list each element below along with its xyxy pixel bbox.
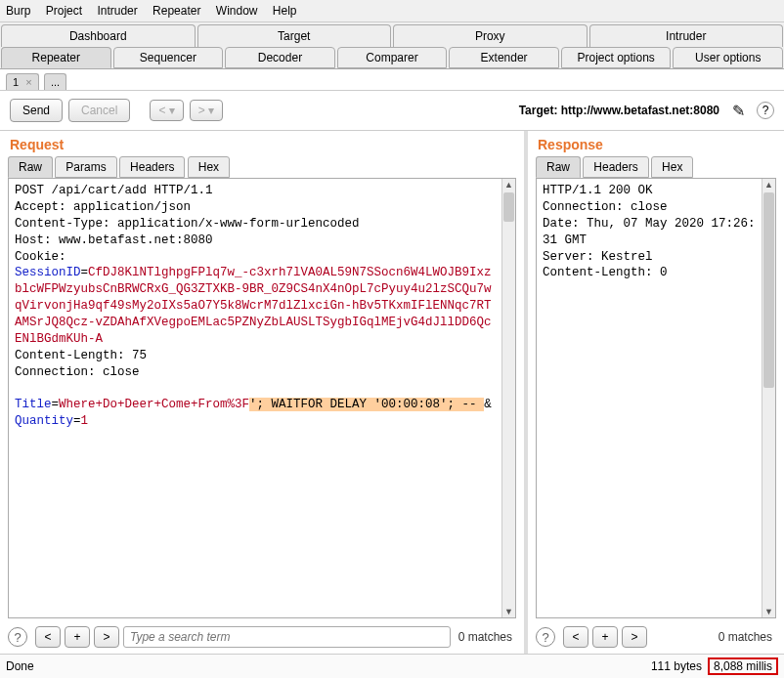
request-tab-hex[interactable]: Hex (188, 156, 230, 178)
history-forward-button[interactable]: > ▾ (190, 100, 223, 121)
menu-window[interactable]: Window (216, 4, 258, 18)
scroll-thumb[interactable] (763, 192, 774, 388)
scroll-down-icon[interactable]: ▼ (762, 607, 775, 616)
response-help-icon[interactable]: ? (536, 627, 555, 647)
request-editor[interactable]: POST /api/cart/add HTTP/1.1 Accept: appl… (9, 179, 501, 617)
search-add-button[interactable]: + (592, 626, 618, 648)
scroll-up-icon[interactable]: ▲ (502, 180, 515, 190)
scroll-down-icon[interactable]: ▼ (502, 607, 515, 616)
tab-dashboard[interactable]: Dashboard (1, 24, 196, 47)
response-scrollbar[interactable]: ▲ ▼ (762, 179, 775, 617)
request-editor-wrap: POST /api/cart/add HTTP/1.1 Accept: appl… (8, 178, 516, 618)
statusbar: Done 111 bytes 8,088 millis (0, 654, 784, 678)
request-footer: ? < + > 0 matches (0, 622, 524, 654)
target-label-text: Target: (519, 104, 558, 117)
tab-extender[interactable]: Extender (449, 47, 559, 68)
repeater-tab-row: 1 × ... (0, 69, 784, 91)
search-add-button[interactable]: + (65, 626, 90, 648)
cancel-button[interactable]: Cancel (68, 99, 130, 122)
request-tab-raw[interactable]: Raw (8, 156, 53, 178)
search-prev-button[interactable]: < (35, 626, 61, 648)
tab-target[interactable]: Target (197, 24, 392, 47)
response-tab-hex[interactable]: Hex (651, 156, 693, 178)
response-editor-wrap: HTTP/1.1 200 OK Connection: close Date: … (536, 178, 776, 618)
history-back-button[interactable]: < ▾ (150, 100, 183, 121)
request-matches: 0 matches (455, 630, 516, 644)
target-url: http://www.betafast.net:8080 (561, 104, 719, 117)
send-button[interactable]: Send (10, 99, 63, 122)
tab-sequencer[interactable]: Sequencer (113, 47, 224, 68)
request-title: Request (0, 131, 524, 156)
request-panel: Request Raw Params Headers Hex POST /api… (0, 131, 528, 654)
second-tabs: Repeater Sequencer Decoder Comparer Exte… (0, 47, 784, 69)
response-panel: Response Raw Headers Hex HTTP/1.1 200 OK… (528, 131, 784, 654)
menu-intruder[interactable]: Intruder (97, 4, 137, 18)
response-tab-headers[interactable]: Headers (583, 156, 648, 178)
search-prev-button[interactable]: < (563, 626, 588, 648)
response-subtabs: Raw Headers Hex (528, 156, 784, 178)
tab-project-options[interactable]: Project options (561, 47, 672, 68)
tab-comparer[interactable]: Comparer (337, 47, 448, 68)
panels: Request Raw Params Headers Hex POST /api… (0, 130, 784, 654)
search-next-button[interactable]: > (94, 626, 119, 648)
menubar: Burp Project Intruder Repeater Window He… (0, 0, 784, 22)
tab-decoder[interactable]: Decoder (225, 47, 335, 68)
status-millis: 8,088 millis (708, 657, 778, 675)
response-matches: 0 matches (715, 630, 776, 644)
status-bytes: 111 bytes (651, 659, 702, 673)
repeater-tab-label: 1 (13, 76, 19, 88)
status-done: Done (6, 659, 34, 673)
request-help-icon[interactable]: ? (8, 627, 27, 647)
close-tab-icon[interactable]: × (25, 76, 31, 88)
tab-user-options[interactable]: User options (673, 47, 783, 68)
scroll-thumb[interactable] (503, 192, 514, 222)
menu-help[interactable]: Help (273, 4, 297, 18)
response-footer: ? < + > 0 matches (528, 622, 784, 654)
response-editor[interactable]: HTTP/1.1 200 OK Connection: close Date: … (537, 179, 762, 617)
response-title: Response (528, 131, 784, 156)
request-scrollbar[interactable]: ▲ ▼ (501, 179, 515, 617)
menu-project[interactable]: Project (46, 4, 82, 18)
tab-proxy[interactable]: Proxy (393, 24, 588, 47)
search-next-button[interactable]: > (622, 626, 647, 648)
top-tabs: Dashboard Target Proxy Intruder (0, 22, 784, 47)
repeater-tab-1[interactable]: 1 × (6, 73, 39, 90)
request-subtabs: Raw Params Headers Hex (0, 156, 524, 178)
menu-burp[interactable]: Burp (6, 4, 30, 18)
repeater-tab-more[interactable]: ... (44, 73, 66, 90)
tab-repeater[interactable]: Repeater (1, 47, 111, 68)
tab-intruder[interactable]: Intruder (589, 24, 784, 47)
menu-repeater[interactable]: Repeater (152, 4, 200, 18)
edit-target-icon[interactable]: ✎ (729, 102, 747, 119)
request-search-input[interactable] (123, 626, 451, 648)
help-icon[interactable]: ? (757, 102, 774, 119)
scroll-up-icon[interactable]: ▲ (762, 180, 775, 190)
response-tab-raw[interactable]: Raw (536, 156, 581, 178)
request-tab-params[interactable]: Params (55, 156, 116, 178)
target-label: Target: http://www.betafast.net:8080 (519, 104, 719, 117)
request-tab-headers[interactable]: Headers (119, 156, 185, 178)
toolbar: Send Cancel < ▾ > ▾ Target: http://www.b… (0, 91, 784, 130)
